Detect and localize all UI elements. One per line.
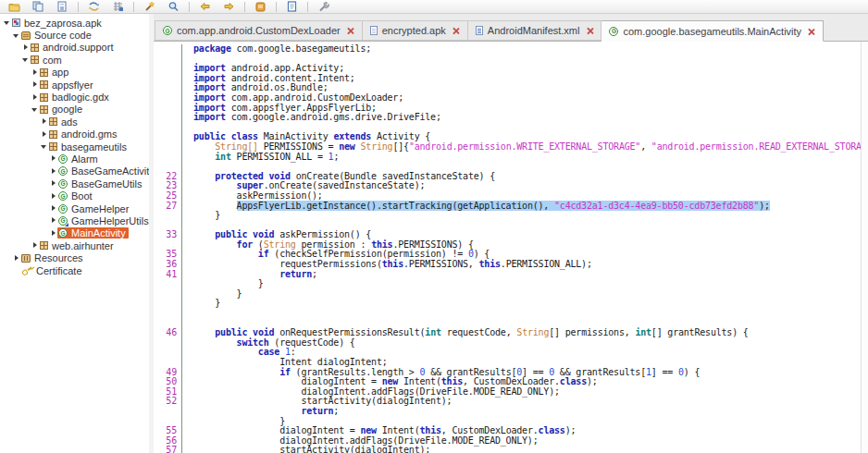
package-icon bbox=[40, 68, 48, 77]
tree-item-content: android.gms bbox=[48, 129, 120, 140]
close-icon[interactable] bbox=[586, 27, 593, 34]
tree-item-gamehelper[interactable]: GGameHelper bbox=[0, 202, 149, 214]
tree-item-label: GameHelper bbox=[68, 203, 129, 214]
tree-item-com[interactable]: com bbox=[0, 54, 149, 66]
expand-arrow-icon[interactable] bbox=[49, 192, 57, 201]
open-file-icon[interactable] bbox=[4, 1, 24, 13]
code-editor[interactable]: 22232527333536414649505152555657 package… bbox=[154, 42, 861, 453]
tree-item-label: Alarm bbox=[68, 153, 98, 165]
expand-arrow-icon[interactable] bbox=[31, 93, 39, 102]
package-icon bbox=[49, 117, 57, 126]
tree-item-gamehelperutils[interactable]: GGameHelperUtils bbox=[0, 214, 149, 226]
tree-item-content: GBaseGameActivity bbox=[57, 165, 149, 177]
expand-arrow-icon[interactable] bbox=[12, 254, 20, 263]
package-icon bbox=[40, 105, 48, 114]
sync-icon[interactable] bbox=[83, 1, 104, 13]
tree-item-web-airhunter[interactable]: web.airhunter bbox=[0, 239, 149, 251]
line-number-empty bbox=[154, 358, 177, 368]
code-line[interactable]: } bbox=[193, 279, 861, 289]
search-icon[interactable] bbox=[163, 1, 183, 13]
code-line[interactable]: } bbox=[193, 299, 861, 309]
collapse-arrow-icon[interactable] bbox=[3, 18, 11, 27]
tab-com-app-android-customdexloader[interactable]: Gcom.app.android.CustomDexLoader bbox=[155, 20, 363, 41]
deobfuscation-icon[interactable] bbox=[139, 1, 159, 13]
expand-arrow-icon[interactable] bbox=[49, 204, 57, 213]
flatten-packages-icon[interactable] bbox=[107, 1, 128, 13]
tree-item-resources[interactable]: Resources bbox=[0, 251, 149, 263]
expand-arrow-icon[interactable] bbox=[49, 179, 57, 188]
code-line[interactable]: import com.google.android.gms.drive.Driv… bbox=[193, 113, 861, 123]
expand-arrow-icon[interactable] bbox=[40, 117, 48, 126]
code-line[interactable]: } bbox=[193, 211, 861, 221]
collapse-arrow-icon[interactable] bbox=[12, 31, 20, 40]
code-line[interactable]: return; bbox=[193, 270, 861, 280]
code-line[interactable]: return; bbox=[193, 407, 861, 417]
expand-arrow-icon[interactable] bbox=[49, 167, 57, 176]
tree-item-appsflyer[interactable]: appsflyer bbox=[0, 79, 149, 91]
code-line[interactable]: } bbox=[193, 289, 861, 300]
tab-com-google-basegameutils-mainactivity[interactable]: Gcom.google.basegameutils.MainActivity bbox=[601, 20, 824, 42]
collapse-arrow-icon[interactable] bbox=[31, 105, 39, 114]
expand-arrow-icon[interactable] bbox=[49, 154, 57, 163]
expand-arrow-icon[interactable] bbox=[49, 216, 57, 225]
tree-item-app[interactable]: app bbox=[0, 67, 149, 79]
toolbar-separator bbox=[189, 2, 190, 12]
code-content[interactable]: package com.google.basegameutils; import… bbox=[182, 44, 861, 453]
tree-item-boot[interactable]: GBoot bbox=[0, 190, 149, 202]
class-icon: G bbox=[163, 26, 172, 35]
tree-item-mainactivity[interactable]: GMainActivity bbox=[0, 227, 149, 239]
code-line[interactable]: int PERMISSION_ALL = 1; bbox=[193, 153, 861, 163]
close-icon[interactable] bbox=[347, 27, 354, 34]
code-line[interactable]: startActivity(dialogIntent); bbox=[193, 446, 861, 453]
tab-encrypted-apk[interactable]: encrypted.apk bbox=[363, 20, 468, 41]
tree-item-google[interactable]: google bbox=[0, 104, 149, 116]
tree-item-basegameutils[interactable]: GBaseGameUtils bbox=[0, 178, 149, 190]
tree-item-ads[interactable]: ads bbox=[0, 116, 149, 128]
forward-icon[interactable] bbox=[218, 1, 239, 13]
class-util-icon: G bbox=[58, 216, 68, 226]
tree-item-source-code[interactable]: Source code bbox=[0, 29, 149, 41]
tree-item-alarm[interactable]: GAlarm bbox=[0, 153, 149, 165]
save-all-icon[interactable] bbox=[28, 1, 48, 13]
line-number-empty bbox=[154, 309, 177, 319]
line-number-empty bbox=[154, 74, 177, 84]
collapse-arrow-icon[interactable] bbox=[40, 142, 48, 151]
expand-arrow-icon[interactable] bbox=[31, 80, 39, 89]
tab-androidmanifest-xml[interactable]: AndroidManifest.xml bbox=[468, 20, 602, 41]
tree-item-content: GBaseGameUtils bbox=[57, 178, 144, 190]
export-icon[interactable] bbox=[52, 1, 72, 13]
toolbar-separator bbox=[244, 2, 245, 12]
code-line[interactable] bbox=[193, 309, 861, 319]
tree-item-android-gms[interactable]: android.gms bbox=[0, 129, 149, 141]
settings-icon[interactable] bbox=[313, 1, 333, 13]
tree-item-certificate[interactable]: Certificate bbox=[0, 264, 149, 276]
code-line[interactable]: package com.google.basegameutils; bbox=[193, 44, 861, 55]
log-viewer-icon[interactable] bbox=[250, 1, 270, 13]
collapse-arrow-icon[interactable] bbox=[21, 55, 30, 64]
preferences-icon[interactable] bbox=[281, 1, 302, 13]
tree-item-label: ads bbox=[57, 116, 78, 128]
close-icon[interactable] bbox=[453, 27, 460, 34]
tree-item-badlogic-gdx[interactable]: badlogic.gdx bbox=[0, 91, 149, 103]
close-icon[interactable] bbox=[808, 28, 815, 35]
line-number-empty bbox=[154, 153, 177, 163]
vertical-scrollbar[interactable] bbox=[861, 42, 868, 453]
expand-arrow-icon[interactable] bbox=[31, 241, 39, 250]
tree-item-bez-zaprosa-apk[interactable]: bez_zaprosa.apk bbox=[0, 17, 149, 29]
back-icon[interactable] bbox=[194, 1, 215, 13]
tree-item-android-support[interactable]: android.support bbox=[0, 42, 149, 54]
expand-arrow-icon[interactable] bbox=[31, 68, 39, 77]
class-icon: G bbox=[58, 179, 68, 189]
tree-item-content: badlogic.gdx bbox=[39, 92, 112, 103]
tab-label: com.google.basegameutils.MainActivity bbox=[623, 26, 801, 37]
package-icon bbox=[49, 130, 57, 139]
tree-item-basegameutils[interactable]: basegameutils bbox=[0, 141, 149, 153]
line-number-empty bbox=[154, 348, 177, 358]
expand-arrow-icon[interactable] bbox=[40, 130, 48, 139]
project-tree[interactable]: bez_zaprosa.apkSource codeandroid.suppor… bbox=[0, 14, 149, 453]
line-number-empty bbox=[154, 104, 177, 114]
tree-item-basegameactivity[interactable]: GBaseGameActivity bbox=[0, 165, 149, 178]
expand-arrow-icon[interactable] bbox=[49, 229, 57, 238]
expand-arrow-icon[interactable] bbox=[21, 43, 30, 52]
code-line[interactable]: AppsFlyerLib.getInstance().startTracking… bbox=[193, 202, 861, 212]
